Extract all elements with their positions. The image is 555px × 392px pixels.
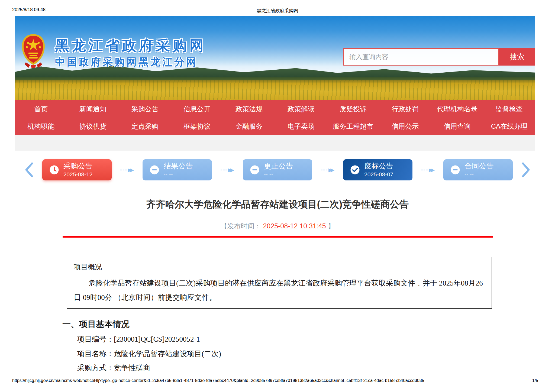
nav-item-service-supermarket[interactable]: 服务工程超市 (327, 118, 379, 135)
nav-item-procurement-notices[interactable]: 采购公告 (119, 100, 171, 118)
main-navigation: 首页 新闻通知 采购公告 信息公开 政策法规 政策解读 质疑投诉 行政处罚 代理… (15, 100, 535, 135)
chevron-left-icon[interactable] (24, 162, 34, 177)
site-subtitle: 中国政府采购网黑龙江分网 (55, 55, 198, 69)
minus-icon (450, 165, 460, 175)
step-date: -- -- (464, 171, 494, 178)
stepper-arrow: ▶▶ (421, 167, 435, 173)
step-correction-notice[interactable]: 更正公告 -- -- (243, 159, 312, 180)
nav-item-credit-query[interactable]: 信用查询 (431, 118, 483, 135)
chevron-right-icon[interactable] (521, 162, 531, 177)
search-bar: 搜索 (343, 48, 535, 66)
step-label: 更正公告 (264, 162, 293, 171)
nav-item-info-disclosure[interactable]: 信息公开 (171, 100, 223, 118)
step-result-notice[interactable]: 结果公告 -- -- (143, 159, 212, 180)
step-label: 废标公告 (364, 162, 393, 171)
nav-item-framework-agreement[interactable]: 框架协议 (171, 118, 223, 135)
step-contract-notice[interactable]: 合同公告 -- -- (443, 159, 513, 180)
red-divider (63, 236, 493, 238)
section-heading-basic-info: 一、项目基本情况 (62, 319, 130, 330)
nav-item-fixed-point[interactable]: 定点采购 (119, 118, 171, 135)
field-label: 采购方式： (77, 364, 114, 372)
nav-row-1: 首页 新闻通知 采购公告 信息公开 政策法规 政策解读 质疑投诉 行政处罚 代理… (15, 100, 535, 118)
nav-row-2: 机构职能 协议供货 定点采购 框架协议 金融服务 电子卖场 服务工程超市 信用公… (15, 118, 535, 135)
nav-item-e-marketplace[interactable]: 电子卖场 (275, 118, 327, 135)
nav-item-credit-publicity[interactable]: 信用公示 (379, 118, 431, 135)
field-project-name: 项目名称：危险化学品暂存站建设项目(二次) (77, 349, 221, 359)
clock-icon (49, 165, 59, 175)
print-footer-page-number: 1/5 (532, 378, 538, 383)
nav-item-org-functions[interactable]: 机构职能 (15, 118, 67, 135)
step-date: -- -- (264, 171, 293, 178)
publish-label-close: 】 (328, 222, 335, 230)
nav-item-ca-online[interactable]: CA在线办理 (483, 118, 535, 135)
step-date: -- -- (164, 171, 193, 178)
overview-heading: 项目概况 (74, 262, 485, 272)
nav-item-agreement-supply[interactable]: 协议供货 (67, 118, 119, 135)
nav-item-news[interactable]: 新闻通知 (67, 100, 119, 118)
publish-time: 2025-08-12 10:31:45 (263, 222, 326, 230)
nav-item-complaints[interactable]: 质疑投诉 (327, 100, 379, 118)
field-value: [230001]QC[CS]20250052-1 (114, 335, 200, 343)
nav-item-policy-interpretation[interactable]: 政策解读 (275, 100, 327, 118)
site-banner: 黑龙江省政府采购网 中国政府采购网黑龙江分网 搜索 (15, 16, 535, 100)
minus-icon (250, 165, 260, 175)
step-date: 2025-08-07 (364, 171, 393, 178)
field-label: 项目名称： (77, 350, 114, 358)
field-value: 危险化学品暂存站建设项目(二次) (114, 350, 221, 358)
publish-time-line: 【发布时间： 2025-08-12 10:31:45 】 (0, 222, 555, 231)
step-cancellation-notice[interactable]: 废标公告 2025-08-07 (343, 159, 412, 180)
check-icon (350, 165, 360, 175)
search-input[interactable] (343, 48, 499, 66)
banner-field (15, 80, 535, 100)
overview-text: 危险化学品暂存站建设项目(二次)采购项目的潜在供应商应在黑龙江省政府采购管理平台… (74, 276, 485, 304)
nav-item-financial-services[interactable]: 金融服务 (223, 118, 275, 135)
field-procurement-method: 采购方式：竞争性磋商 (77, 363, 150, 373)
nav-item-admin-penalties[interactable]: 行政处罚 (379, 100, 431, 118)
nav-item-home[interactable]: 首页 (15, 100, 67, 118)
publish-label-open: 【发布时间： (220, 222, 261, 230)
nav-item-policies[interactable]: 政策法规 (223, 100, 275, 118)
nav-gray-band (15, 135, 535, 151)
nav-item-supervision[interactable]: 监督检查 (483, 100, 535, 118)
step-label: 采购公告 (63, 162, 93, 171)
notice-type-stepper: 采购公告 2025-08-12 ▶▶ 结果公告 -- -- ▶▶ 更正公告 --… (24, 159, 531, 181)
site-title: 黑龙江省政府采购网 (55, 36, 206, 55)
stepper-arrow: ▶▶ (321, 167, 334, 173)
step-procurement-notice[interactable]: 采购公告 2025-08-12 (42, 159, 112, 180)
print-page-title: 黑龙江省政府采购网 (0, 8, 555, 14)
search-button[interactable]: 搜索 (499, 48, 535, 66)
field-label: 项目编号： (77, 335, 114, 343)
notice-title: 齐齐哈尔大学危险化学品暂存站建设项目(二次)竞争性磋商公告 (0, 198, 555, 211)
national-emblem-icon (21, 33, 46, 68)
stepper-arrow: ▶▶ (120, 167, 134, 173)
project-overview-box: 项目概况 危险化学品暂存站建设项目(二次)采购项目的潜在供应商应在黑龙江省政府采… (67, 257, 492, 309)
step-label: 合同公告 (464, 162, 494, 171)
field-project-number: 项目编号：[230001]QC[CS]20250052-1 (77, 334, 200, 344)
print-footer-url: https://hljcg.hlj.gov.cn/maincms-web/not… (12, 378, 424, 383)
stepper-arrow: ▶▶ (221, 167, 234, 173)
step-date: 2025-08-12 (63, 171, 93, 178)
nav-item-agency-directory[interactable]: 代理机构名录 (431, 100, 483, 118)
minus-icon (150, 165, 159, 175)
step-label: 结果公告 (164, 162, 193, 171)
field-value: 竞争性磋商 (114, 364, 150, 372)
